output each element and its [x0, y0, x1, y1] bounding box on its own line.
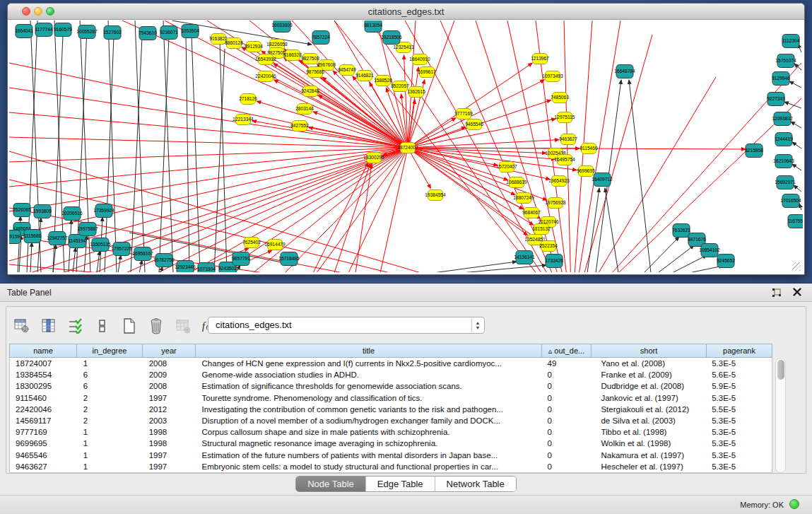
graph-node-yellow[interactable]: 19654923 — [548, 176, 570, 187]
column-header-out_de[interactable]: ▵ out_de... — [542, 344, 592, 358]
column-header-name[interactable]: name — [9, 344, 77, 358]
graph-node-yellow[interactable]: 9115460 — [579, 144, 598, 154]
graph-node-teal[interactable]: 19218506 — [381, 31, 402, 45]
graph-node-teal[interactable]: 12093832 — [772, 112, 793, 126]
graph-node-yellow[interactable]: 9465546 — [465, 119, 483, 130]
select-columns-icon[interactable] — [40, 317, 57, 334]
network-window-titlebar[interactable]: citations_edges.txt — [8, 4, 804, 20]
graph-node-yellow[interactable]: 9684067 — [522, 208, 541, 218]
graph-node-teal[interactable]: 1664041 — [15, 25, 33, 38]
window-resize-grip[interactable] — [792, 262, 801, 271]
graph-node-yellow[interactable]: 2522354 — [539, 241, 558, 252]
table-row[interactable]: 977716911998Corpus callosum shape and si… — [10, 426, 772, 438]
table-row[interactable]: 1872400712008Changes of HCN gene express… — [10, 358, 772, 369]
table-settings-icon[interactable] — [13, 317, 30, 334]
column-header-title[interactable]: title — [196, 344, 542, 358]
graph-node-teal[interactable]: 7857224 — [312, 31, 330, 45]
graph-node-teal[interactable]: 20206516 — [61, 207, 83, 221]
graph-node-teal[interactable]: 17359924 — [93, 204, 114, 218]
graph-node-teal[interactable]: 12923446 — [175, 261, 196, 273]
graph-node-yellow[interactable]: 9699695 — [577, 166, 595, 177]
graph-node-yellow[interactable]: 9875685 — [306, 67, 324, 78]
graph-node-yellow[interactable]: 8186328 — [283, 50, 302, 61]
float-window-icon[interactable] — [771, 287, 782, 298]
graph-node-teal[interactable]: 1167553 — [787, 215, 803, 228]
graph-node-yellow[interactable]: 16914479 — [264, 240, 286, 250]
graph-node-yellow[interactable]: 8912934 — [245, 42, 263, 52]
graph-node-yellow[interactable]: 18640910 — [409, 54, 430, 65]
scrollbar-thumb[interactable] — [777, 360, 784, 380]
table-row[interactable]: 946554611997Estimation of the future num… — [10, 450, 772, 461]
graph-node-yellow[interactable]: 1588520 — [374, 76, 392, 86]
tab-network-table[interactable]: Network Table — [435, 477, 516, 491]
graph-node-teal[interactable]: 9227343 — [767, 93, 785, 106]
graph-node-yellow[interactable]: 8427552 — [290, 121, 309, 132]
graph-node-teal[interactable]: 1177744 — [35, 23, 53, 37]
network-window[interactable]: citations_edges.txt 91638228860128891293… — [7, 3, 805, 275]
graph-node-teal[interactable]: 14136141 — [514, 251, 535, 264]
graph-node-yellow[interactable]: 19384554 — [425, 190, 446, 201]
graph-node-teal[interactable]: 15751074 — [775, 54, 796, 68]
table-row[interactable]: 1830029562008Estimation of significance … — [10, 380, 772, 392]
graph-node-yellow[interactable]: 2803144 — [295, 104, 314, 115]
graph-node-teal[interactable]: 1993809 — [33, 205, 52, 218]
merge-rows-icon[interactable] — [94, 317, 111, 334]
graph-node-yellow[interactable]: 10973493 — [542, 71, 563, 82]
graph-node-teal[interactable]: 16409712 — [592, 173, 613, 187]
graph-node-yellow[interactable]: 8454749 — [338, 65, 356, 76]
graph-node-teal[interactable]: 17016504 — [780, 194, 801, 208]
table-row[interactable]: 2242004622012Investigating the contribut… — [10, 404, 772, 415]
graph-node-teal[interactable]: 10055287 — [76, 25, 98, 39]
graph-node-teal[interactable]: 16958167 — [132, 247, 153, 261]
graph-node-teal[interactable]: 1527602 — [103, 26, 122, 40]
graph-node-teal[interactable]: 7632621 — [672, 224, 690, 238]
graph-node-yellow[interactable]: 16495754 — [554, 155, 575, 165]
graph-node-teal[interactable]: 13505135 — [90, 238, 111, 252]
graph-node-teal[interactable]: 8813054 — [364, 21, 382, 33]
graph-node-yellow[interactable]: 2718126 — [239, 94, 257, 105]
graph-node-teal[interactable]: 1052604 — [181, 25, 199, 38]
graph-node-yellow[interactable]: 10688639 — [506, 177, 527, 188]
graph-node-teal[interactable]: 9245652 — [717, 255, 735, 268]
graph-node-teal[interactable]: 1073304 — [197, 263, 216, 273]
graph-node-teal[interactable]: 939159 — [9, 230, 20, 244]
graph-node-teal[interactable]: 1115686 — [24, 230, 42, 243]
graph-node-teal[interactable]: 1145194 — [68, 235, 86, 248]
graph-node-teal[interactable]: 16648784 — [614, 65, 635, 78]
graph-node-yellow[interactable]: 9463627 — [559, 134, 577, 145]
delete-column-icon[interactable] — [175, 317, 192, 334]
tab-edge-table[interactable]: Edge Table — [365, 477, 435, 491]
graph-node-yellow[interactable]: 9777169 — [454, 109, 473, 119]
graph-node-teal[interactable]: 9160579 — [54, 23, 72, 37]
graph-node-yellow[interactable]: 7625402 — [242, 238, 261, 248]
graph-node-teal[interactable]: 12942757 — [47, 232, 68, 245]
graph-node-teal[interactable]: 9857791 — [232, 252, 250, 266]
graph-node-teal[interactable]: 17957225 — [111, 243, 132, 256]
table-vertical-scrollbar[interactable] — [775, 358, 786, 473]
memory-status-indicator[interactable] — [789, 499, 799, 509]
graph-node-yellow[interactable]: 1699617 — [418, 67, 436, 78]
table-row[interactable]: 946362711997Embryonic stem cells: a mode… — [10, 461, 772, 472]
graph-node-yellow[interactable]: 19756928 — [545, 198, 566, 209]
column-header-short[interactable]: short — [592, 344, 707, 358]
graph-node-teal[interactable]: 15692971 — [775, 176, 796, 189]
graph-node-yellow[interactable]: 12975115 — [555, 112, 575, 123]
graph-node-teal[interactable]: 1244419 — [775, 133, 793, 146]
new-table-icon[interactable] — [121, 317, 138, 334]
graph-node-teal[interactable]: 16210643 — [773, 155, 794, 168]
graph-node-teal[interactable]: 19975887 — [77, 223, 98, 236]
network-canvas[interactable]: 9163822886012889129341822605898275051654… — [9, 21, 803, 272]
graph-node-yellow[interactable]: 1362615 — [407, 87, 425, 98]
graph-node-teal[interactable]: 8215958 — [745, 144, 763, 158]
close-icon[interactable] — [792, 287, 802, 297]
graph-node-teal[interactable]: 9236071 — [160, 26, 178, 40]
select-rows-icon[interactable] — [67, 317, 84, 334]
tab-node-table[interactable]: Node Table — [296, 477, 365, 491]
column-header-year[interactable]: year — [143, 344, 196, 358]
table-row[interactable]: 1938455462009Genome-wide association stu… — [10, 369, 772, 380]
table-selector-dropdown[interactable]: citations_edges.txt ▲▼ — [208, 317, 485, 334]
table-row[interactable]: 1456911722003Disruption of a novel membe… — [10, 415, 772, 426]
delete-table-icon[interactable] — [148, 317, 165, 334]
graph-node-teal[interactable]: 10654102 — [699, 244, 720, 257]
graph-node-teal[interactable]: 15718485 — [278, 252, 300, 266]
